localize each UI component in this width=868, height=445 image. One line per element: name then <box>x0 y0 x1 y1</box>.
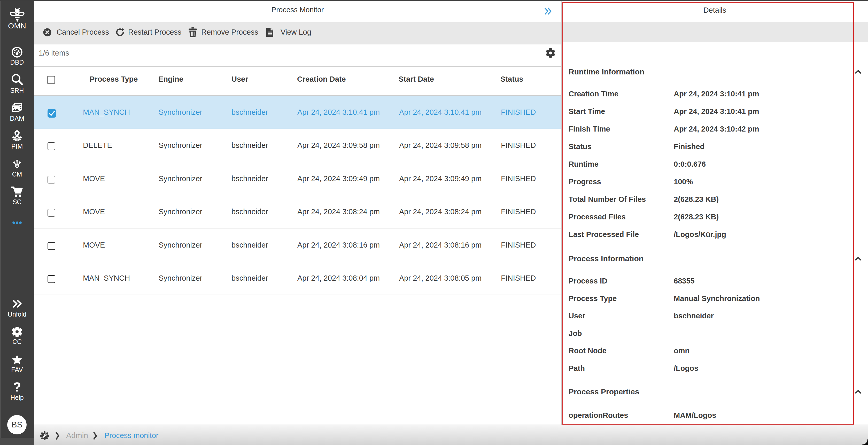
svg-text:P: P <box>16 131 18 136</box>
